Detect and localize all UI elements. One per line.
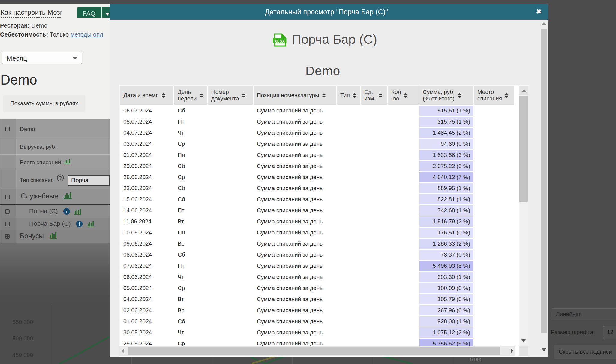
svg-text:?: ? (59, 175, 62, 181)
svg-text:i: i (66, 209, 68, 214)
svg-text:i: i (79, 222, 80, 227)
svg-text:XLSX: XLSX (275, 39, 285, 43)
